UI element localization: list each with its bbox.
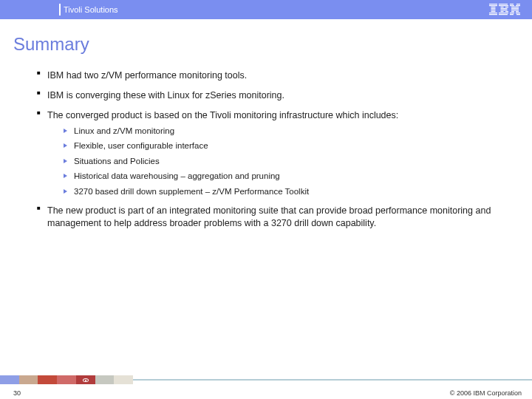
svg-rect-4	[491, 10, 496, 10]
svg-rect-15	[505, 11, 508, 12]
svg-rect-29	[516, 11, 519, 12]
band-swatch	[57, 375, 76, 384]
footer-color-band	[0, 375, 133, 384]
svg-rect-6	[489, 13, 497, 13]
band-swatch-eye	[76, 375, 95, 384]
svg-rect-22	[511, 7, 515, 7]
band-swatch	[95, 375, 115, 384]
svg-rect-24	[511, 8, 519, 9]
band-swatch	[19, 375, 38, 384]
svg-rect-32	[510, 14, 514, 15]
svg-rect-33	[516, 14, 520, 15]
bullet-text: IBM is converging these with Linux for z…	[47, 90, 284, 100]
svg-rect-17	[499, 14, 508, 15]
svg-rect-3	[491, 8, 496, 9]
svg-rect-11	[505, 7, 508, 7]
svg-rect-12	[501, 8, 508, 9]
svg-rect-13	[501, 10, 508, 10]
svg-rect-23	[515, 7, 519, 7]
svg-rect-30	[510, 13, 514, 13]
svg-rect-0	[489, 4, 497, 4]
svg-rect-26	[516, 10, 519, 10]
header-divider	[59, 4, 61, 16]
bullet-item: IBM is converging these with Linux for z…	[37, 89, 499, 102]
eye-icon	[83, 378, 89, 382]
slide-title: Summary	[0, 19, 532, 62]
svg-rect-21	[516, 5, 520, 6]
sub-bullet-item: Situations and Policies	[64, 156, 499, 168]
slide-body: IBM had two z/VM performance monitoring …	[0, 62, 532, 399]
sub-bullet-item: Historical data warehousing – aggregatio…	[64, 171, 499, 183]
sub-bullet-item: Linux and z/VM monitoring	[64, 126, 499, 137]
svg-rect-25	[511, 10, 514, 10]
sub-bullet-list: Linux and z/VM monitoring Flexible, user…	[47, 126, 499, 198]
slide: Tivoli Solutions	[0, 0, 532, 399]
bullet-item: The converged product is based on the Ti…	[37, 109, 499, 197]
bullet-list: IBM had two z/VM performance monitoring …	[18, 69, 499, 230]
svg-rect-28	[511, 11, 514, 12]
svg-rect-20	[510, 5, 514, 6]
slide-footer: 30 © 2006 IBM Corporation	[0, 377, 532, 399]
svg-rect-9	[499, 5, 508, 6]
svg-rect-19	[516, 4, 520, 4]
band-swatch	[0, 375, 19, 384]
header-bar: Tivoli Solutions	[0, 0, 532, 19]
svg-rect-31	[516, 13, 520, 13]
svg-rect-2	[491, 7, 496, 7]
bullet-text: The converged product is based on the Ti…	[47, 110, 398, 120]
svg-rect-14	[501, 11, 504, 12]
header-section-label: Tivoli Solutions	[64, 5, 118, 14]
svg-rect-18	[510, 4, 514, 4]
svg-rect-27	[514, 10, 516, 10]
copyright-text: © 2006 IBM Corporation	[450, 389, 522, 397]
bullet-item: IBM had two z/VM performance monitoring …	[37, 69, 499, 82]
svg-rect-10	[501, 7, 504, 7]
svg-rect-1	[489, 5, 497, 6]
bullet-text: IBM had two z/VM performance monitoring …	[47, 70, 247, 81]
sub-bullet-item: Flexible, user configurable interface	[64, 140, 499, 152]
band-swatch	[114, 375, 133, 384]
ibm-logo	[489, 4, 520, 16]
bullet-item: The new product is part of an integrated…	[37, 205, 499, 230]
bullet-text: The new product is part of an integrated…	[47, 205, 491, 228]
svg-rect-16	[499, 13, 508, 13]
page-number: 30	[13, 389, 21, 397]
svg-rect-8	[499, 4, 508, 4]
band-swatch	[38, 375, 57, 384]
sub-bullet-item: 3270 based drill down supplement – z/VM …	[64, 186, 499, 198]
svg-rect-5	[491, 11, 496, 12]
svg-rect-7	[489, 14, 497, 15]
footer-rule	[133, 379, 532, 381]
